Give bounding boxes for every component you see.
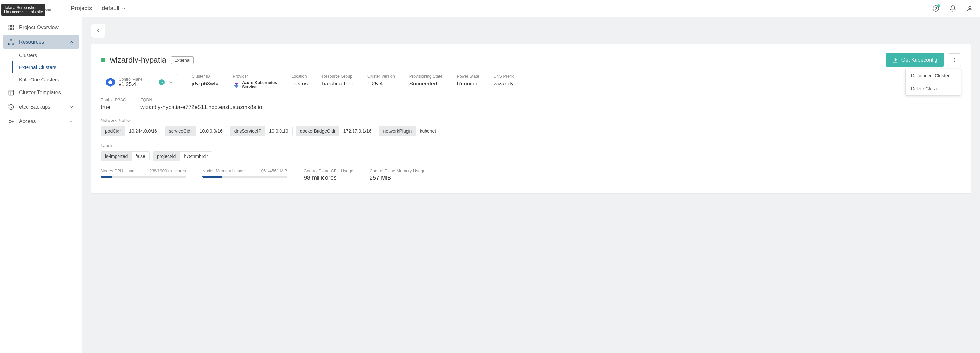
sidebar-item-clusters[interactable]: Clusters bbox=[19, 49, 78, 61]
content: wizardly-hypatia External Get Kubeconfig… bbox=[82, 17, 980, 353]
template-icon bbox=[8, 89, 14, 96]
external-badge: External bbox=[171, 56, 194, 64]
info-row-1: Control Plane v1.25.4 Cluster ID jr5xp68… bbox=[101, 74, 961, 90]
sidebar-item-label: Access bbox=[19, 118, 36, 125]
control-plane-version: v1.25.4 bbox=[119, 81, 156, 88]
get-kubeconfig-button[interactable]: Get Kubeconfig bbox=[886, 53, 944, 67]
chevron-down-icon bbox=[121, 6, 126, 11]
breadcrumb: Projects default bbox=[71, 5, 126, 12]
control-plane-memory-usage: Control Plane Memory Usage 257 MiB bbox=[369, 168, 426, 181]
chip-network-plugin: networkPluginkubenet bbox=[379, 126, 440, 136]
labels-chips: is-importedfalse project-idh79tnmhrd7 bbox=[101, 151, 961, 161]
svg-point-18 bbox=[108, 80, 112, 84]
more-button[interactable] bbox=[948, 53, 961, 67]
chip-docker-bridge-cidr: dockerBridgeCidr172.17.0.1/16 bbox=[296, 126, 376, 136]
dns-prefix-block: DNS Prefix wizardly- bbox=[493, 74, 515, 87]
topbar: KUBERMATIC Kubernetes Platform Projects … bbox=[0, 0, 980, 17]
topbar-right bbox=[932, 5, 974, 12]
projects-link[interactable]: Projects bbox=[71, 5, 92, 12]
download-icon bbox=[892, 57, 898, 63]
disconnect-cluster-item[interactable]: Disconnect Cluster bbox=[906, 69, 961, 82]
nodes-cpu-usage: Nodes CPU Usage 238/1900 millicores bbox=[101, 168, 186, 181]
bell-icon bbox=[949, 5, 956, 12]
cluster-status-dot bbox=[101, 58, 105, 62]
memory-usage-fill bbox=[202, 176, 222, 178]
power-state-value: Running bbox=[457, 81, 479, 87]
resource-group-value: harshita-test bbox=[322, 81, 353, 87]
svg-rect-9 bbox=[11, 39, 12, 41]
usage-value: 1061/4561 MiB bbox=[259, 168, 287, 173]
hierarchy-icon bbox=[8, 38, 14, 45]
notification-dot bbox=[937, 4, 940, 7]
usage-label: Nodes Memory Usage bbox=[202, 168, 245, 173]
control-plane-cpu-usage: Control Plane CPU Usage 98 millicores bbox=[304, 168, 353, 181]
chip-service-cidr: serviceCidr10.0.0.0/16 bbox=[165, 126, 227, 136]
chip-dns-service-ip: dnsServiceIP10.0.0.10 bbox=[230, 126, 293, 136]
fqdn-value: wizardly-hypatia-e772e511.hcp.eastus.azm… bbox=[140, 104, 262, 111]
sidebar-item-label: Cluster Templates bbox=[19, 90, 61, 96]
project-selector[interactable]: default bbox=[102, 5, 126, 12]
svg-point-16 bbox=[954, 61, 955, 62]
svg-rect-6 bbox=[12, 25, 14, 27]
svg-rect-10 bbox=[8, 43, 10, 45]
cluster-actions-menu: Disconnect Cluster Delete Cluster bbox=[905, 69, 961, 96]
svg-point-13 bbox=[9, 120, 11, 123]
info-row-2: Enable RBAC true FQDN wizardly-hypatia-e… bbox=[101, 97, 961, 111]
provisioning-state-block: Provisioning State Succeeded bbox=[409, 74, 442, 87]
history-icon bbox=[8, 104, 14, 110]
sidebar-item-etcd-backups[interactable]: etcd Backups bbox=[3, 100, 78, 114]
back-button[interactable] bbox=[91, 24, 105, 38]
sidebar-item-access[interactable]: Access bbox=[3, 114, 78, 129]
svg-point-4 bbox=[969, 6, 971, 8]
cp-cpu-value: 98 millicores bbox=[304, 174, 353, 181]
svg-point-15 bbox=[954, 60, 955, 61]
delete-cluster-item[interactable]: Delete Cluster bbox=[906, 82, 961, 95]
cluster-detail-card: wizardly-hypatia External Get Kubeconfig… bbox=[91, 44, 971, 193]
enable-rbac-value: true bbox=[101, 104, 126, 111]
chevron-down-icon bbox=[168, 80, 173, 85]
usage-label: Nodes CPU Usage bbox=[101, 168, 137, 173]
browser-extension-tooltip: Take a Screenshot Has access to this sit… bbox=[1, 4, 46, 16]
chevron-down-icon bbox=[69, 104, 74, 110]
sidebar-resources-submenu: Clusters External Clusters KubeOne Clust… bbox=[3, 49, 78, 85]
usage-row: Nodes CPU Usage 238/1900 millicores Node… bbox=[101, 168, 961, 181]
location-value: eastus bbox=[291, 81, 308, 87]
resource-group-block: Resource Group harshita-test bbox=[322, 74, 353, 87]
aks-icon bbox=[233, 81, 240, 89]
control-plane-box[interactable]: Control Plane v1.25.4 bbox=[101, 74, 177, 90]
button-label: Get Kubeconfig bbox=[902, 57, 937, 63]
sidebar-item-templates[interactable]: Cluster Templates bbox=[3, 85, 78, 100]
sidebar-item-overview[interactable]: Project Overview bbox=[3, 20, 78, 35]
svg-point-14 bbox=[954, 58, 955, 59]
svg-rect-12 bbox=[9, 90, 14, 95]
more-vertical-icon bbox=[951, 57, 958, 63]
sidebar-item-external-clusters[interactable]: External Clusters bbox=[13, 61, 78, 73]
svg-marker-20 bbox=[234, 85, 239, 88]
cluster-id-value: jr5xp68wtv bbox=[192, 81, 218, 87]
usage-value: 238/1900 millicores bbox=[149, 168, 186, 173]
chip-pod-cidr: podCidr10.244.0.0/16 bbox=[101, 126, 161, 136]
cluster-header: wizardly-hypatia External Get Kubeconfig… bbox=[101, 53, 961, 67]
sidebar-item-label: Resources bbox=[19, 39, 44, 45]
power-state-block: Power State Running bbox=[457, 74, 479, 87]
location-block: Location eastus bbox=[291, 74, 308, 87]
labels-title: Labels bbox=[101, 143, 961, 148]
notifications-button[interactable] bbox=[949, 5, 956, 12]
provisioning-state-value: Succeeded bbox=[409, 81, 442, 87]
network-profile-title: Network Profile bbox=[101, 118, 961, 123]
help-button[interactable] bbox=[932, 5, 939, 12]
sidebar-item-kubeone-clusters[interactable]: KubeOne Clusters bbox=[19, 73, 78, 85]
cp-mem-value: 257 MiB bbox=[369, 174, 426, 181]
svg-point-3 bbox=[936, 10, 936, 10]
dns-prefix-value: wizardly- bbox=[493, 81, 515, 87]
cluster-version-value: 1.25.4 bbox=[367, 81, 395, 87]
cpu-usage-bar bbox=[101, 176, 186, 178]
cluster-name: wizardly-hypatia bbox=[110, 55, 166, 64]
chip-project-id: project-idh79tnmhrd7 bbox=[153, 151, 212, 161]
user-menu[interactable] bbox=[966, 5, 974, 12]
sidebar-item-label: Project Overview bbox=[19, 24, 59, 30]
kubernetes-icon bbox=[105, 77, 116, 88]
svg-rect-11 bbox=[12, 43, 14, 45]
chip-is-imported: is-importedfalse bbox=[101, 151, 150, 161]
sidebar-item-resources[interactable]: Resources bbox=[3, 35, 78, 49]
